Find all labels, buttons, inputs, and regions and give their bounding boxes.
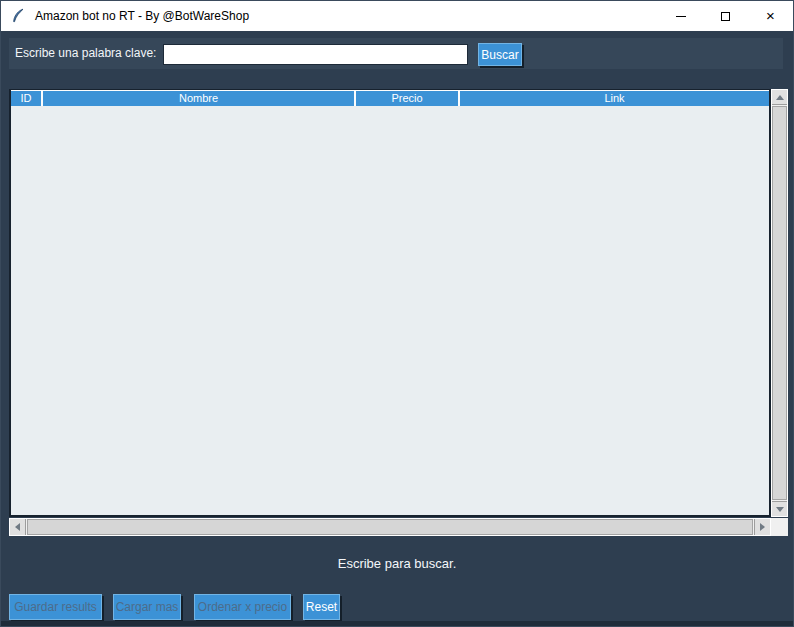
column-header-link[interactable]: Link: [460, 91, 769, 106]
scrollbar-corner: [771, 518, 788, 536]
status-label: Escribe para buscar.: [1, 555, 793, 573]
column-header-id[interactable]: ID: [11, 91, 41, 106]
window-controls: ×: [658, 1, 793, 31]
horizontal-scrollbar-thumb[interactable]: [27, 519, 753, 535]
results-table-frame: ID Nombre Precio Link: [9, 89, 788, 537]
scroll-right-icon: [760, 523, 765, 531]
scroll-up-icon: [776, 95, 784, 100]
reset-button[interactable]: Reset: [303, 594, 340, 620]
scroll-down-icon: [776, 507, 784, 512]
search-frame: Escribe una palabra clave: Buscar: [9, 38, 783, 69]
column-header-nombre[interactable]: Nombre: [43, 91, 354, 106]
search-label: Escribe una palabra clave:: [15, 38, 156, 69]
table-body[interactable]: [11, 106, 769, 515]
scroll-left-button[interactable]: [10, 519, 26, 535]
bottom-strip: [1, 621, 793, 627]
maximize-icon: [721, 12, 730, 21]
app-window: Amazon bot no RT - By @BotWareShop × Esc…: [0, 0, 794, 627]
window-title: Amazon bot no RT - By @BotWareShop: [35, 9, 249, 23]
table-header-row: ID Nombre Precio Link: [11, 90, 769, 106]
scroll-left-icon: [15, 523, 20, 531]
minimize-button[interactable]: [658, 1, 703, 31]
vertical-scrollbar[interactable]: [771, 89, 788, 517]
save-results-button[interactable]: Guardar results: [9, 594, 102, 620]
sort-by-price-button[interactable]: Ordenar x precio: [194, 594, 291, 620]
search-button[interactable]: Buscar: [478, 43, 522, 66]
minimize-icon: [676, 16, 686, 17]
titlebar: Amazon bot no RT - By @BotWareShop ×: [1, 1, 793, 31]
maximize-button[interactable]: [703, 1, 748, 31]
scroll-up-button[interactable]: [772, 90, 787, 105]
results-table: ID Nombre Precio Link: [9, 89, 771, 517]
load-more-button[interactable]: Cargar mas: [113, 594, 181, 620]
search-input[interactable]: [163, 44, 468, 65]
scroll-down-button[interactable]: [772, 501, 787, 516]
horizontal-scrollbar[interactable]: [9, 518, 771, 536]
close-button[interactable]: ×: [748, 1, 793, 31]
python-feather-icon: [10, 8, 26, 24]
column-header-precio[interactable]: Precio: [356, 91, 458, 106]
action-bar: Guardar results Cargar mas Ordenar x pre…: [1, 594, 793, 621]
close-icon: ×: [766, 1, 775, 31]
scroll-right-button[interactable]: [754, 519, 770, 535]
vertical-scrollbar-thumb[interactable]: [772, 106, 787, 500]
